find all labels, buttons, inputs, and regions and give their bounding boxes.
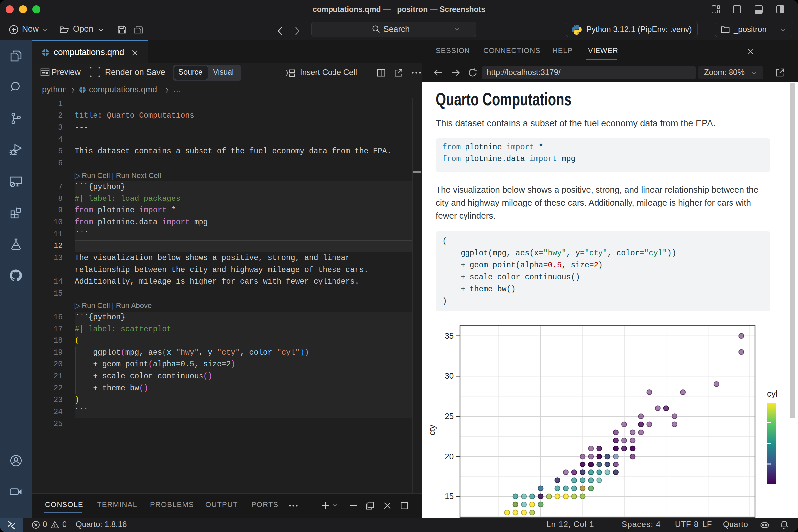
svg-text:cty: cty: [427, 424, 437, 435]
svg-text:30: 30: [444, 372, 454, 380]
svg-text:25: 25: [444, 412, 454, 421]
svg-text:cyl: cyl: [767, 389, 778, 399]
svg-text:35: 35: [444, 331, 454, 341]
svg-text:20: 20: [444, 452, 454, 461]
svg-text:15: 15: [444, 492, 454, 501]
